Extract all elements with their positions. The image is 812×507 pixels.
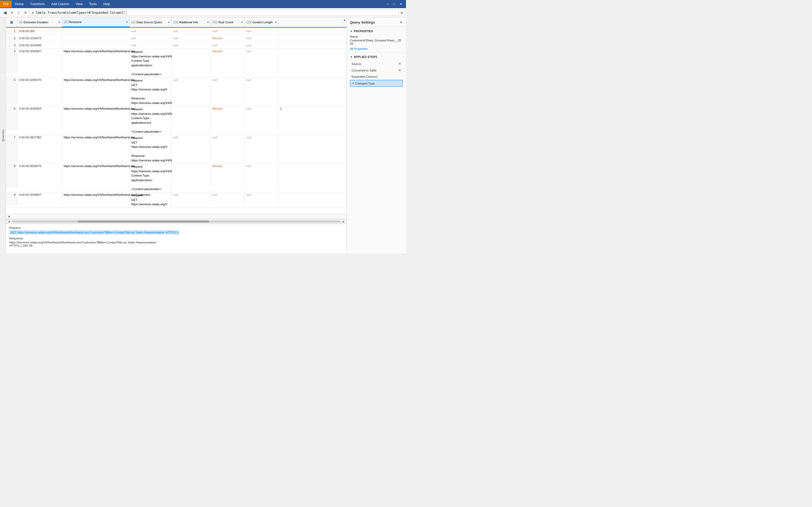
h-scroll-track[interactable] [12, 220, 340, 223]
step-gear-converted[interactable]: ⚙ [398, 68, 401, 72]
cell-rownum: 3 [6, 43, 17, 48]
table-row: 7 0:00:00.0827382 https://services.odata… [6, 135, 347, 164]
cell-cl: null [245, 106, 278, 130]
cell-cl: null [245, 29, 278, 34]
cell-rc: null [211, 43, 245, 48]
col-label-cl: Content Length [252, 20, 272, 24]
col-filter-dsq[interactable]: ▾ [168, 20, 170, 24]
maximize-btn[interactable]: □ [392, 2, 397, 6]
cell-rc: null [211, 77, 245, 105]
step-item-source[interactable]: Source ⚙ [350, 61, 403, 67]
col-filter-rc[interactable]: ▾ [241, 20, 243, 24]
col-filter-excl[interactable]: ▾ [58, 20, 60, 24]
cell-extra: 2 [278, 106, 284, 111]
cell-rownum: 8 [6, 164, 17, 188]
table-row: 2 0:00:00.0106075 null null Record null [6, 35, 347, 42]
close-panel-icon[interactable]: ✕ [399, 20, 403, 24]
col-filter-ai[interactable]: ▾ [207, 20, 209, 24]
cell-cl: null [245, 49, 278, 73]
step-delete-icon[interactable]: ✕ [352, 81, 354, 85]
table-row: 8 0:00:00.0009076 https://services.odata… [6, 164, 347, 192]
cell-ai: null [172, 192, 211, 206]
cell-rownum: 4 [6, 49, 17, 73]
cell-rc[interactable]: Record [211, 164, 245, 188]
properties-collapse-icon[interactable]: ▼ [350, 30, 353, 33]
cell-ai [172, 49, 211, 73]
query-settings-title: Query Settings [350, 20, 375, 24]
cell-ai: null [172, 135, 211, 162]
grid-header: ⊞ % Exclusive Duration ▾ Ac Resource ▾ [6, 17, 347, 27]
preview-request-label: Request: [9, 226, 343, 229]
col-filter-cl[interactable]: ▾ [275, 20, 276, 24]
col-header-cl: 1²3 Content Length ▾ [245, 17, 278, 27]
menu-help[interactable]: Help [100, 1, 113, 8]
menu-transform[interactable]: Transform [27, 1, 48, 8]
menu-add-column[interactable]: Add Column [48, 1, 72, 8]
cell-dsq: null [130, 29, 172, 34]
applied-steps-collapse-icon[interactable]: ▼ [350, 56, 353, 58]
preview-request-url[interactable]: GET https://services.odata.org/V4/Northw… [9, 230, 179, 234]
scroll-down-btn[interactable]: ▼ [6, 215, 12, 219]
menu-view[interactable]: View [72, 1, 86, 8]
cell-resource [62, 44, 130, 46]
cell-cl: null [245, 36, 278, 41]
cell-dsq: null [130, 43, 172, 48]
properties-title: ▼ PROPERTIES [350, 30, 403, 33]
cell-resource: https://services.odata.org/V4/Northwind/… [62, 164, 130, 188]
nav-fx-btn[interactable]: fx [23, 10, 29, 15]
col-icon-resource: Ac [64, 20, 68, 23]
table-row: 9 0:00:00.0269857 https://services.odata… [6, 192, 347, 208]
cell-cl: null [245, 43, 278, 48]
col-icon-rc: 1²3 [212, 20, 217, 24]
menu-file[interactable]: File [0, 1, 12, 8]
step-item-changed-type[interactable]: ✕ Changed Type [350, 80, 403, 87]
step-item-expanded[interactable]: Expanded Column1 [350, 74, 403, 79]
query-settings-panel: Query Settings ✕ ▼ PROPERTIES Name Custo… [347, 17, 406, 253]
formula-expand-btn[interactable]: ▾ [399, 10, 405, 15]
cell-excl: 0:00:00.0269857 [17, 192, 62, 206]
nav-back-btn[interactable]: ✕ [9, 10, 15, 15]
h-scrollbar[interactable]: ◂ ▸ [6, 219, 347, 224]
cell-excl: 0:00:00.0009076 [17, 164, 62, 188]
step-name-converted: Converted to Table [352, 69, 398, 72]
scroll-up-indicator[interactable]: ▲ [343, 17, 347, 27]
menu-tools[interactable]: Tools [86, 1, 100, 8]
cell-rownum: 5 [6, 77, 17, 105]
all-properties-link[interactable]: All Properties [350, 47, 368, 50]
step-gear-source[interactable]: ⚙ [398, 62, 401, 65]
cell-rc[interactable]: Record [211, 49, 245, 73]
h-scroll-right-btn[interactable]: ▸ [341, 220, 346, 223]
close-btn[interactable]: ✕ [398, 2, 404, 6]
col-filter-resource[interactable]: ▾ [126, 20, 128, 24]
cell-ai: null [172, 29, 211, 34]
cell-rc[interactable]: Record [211, 36, 245, 41]
cell-excl: 0:00:00.0106075 [17, 36, 62, 41]
formula-input[interactable] [30, 10, 399, 16]
row-selector-icon[interactable]: ⊞ [10, 20, 13, 24]
table-row: 1 0:00:00.000 null null null null [6, 27, 347, 35]
applied-steps-title: ▼ APPLIED STEPS [350, 55, 403, 58]
col-header-dsq: Ac Data Source Query ▾ [130, 17, 172, 27]
nav-forward-btn[interactable]: ✓ [16, 10, 22, 15]
cell-cl: null [245, 164, 278, 188]
cell-dsq: null [130, 36, 172, 41]
step-item-converted[interactable]: Converted to Table ⚙ [350, 67, 403, 73]
cell-excl: 0:00:00.000 [17, 29, 62, 34]
top-menu-bar: File Home Transform Add Column View Tool… [0, 0, 406, 8]
queries-panel: Queries [0, 17, 6, 253]
cell-ai [172, 164, 211, 188]
formula-nav-buttons: ✕ ✓ fx [9, 10, 29, 15]
cell-excl: 0:00:00.0286070 [17, 77, 62, 105]
cell-excl: 0:00:00.0827382 [17, 135, 62, 162]
query-settings-header: Query Settings ✕ [347, 17, 406, 27]
h-scroll-left-btn[interactable]: ◂ [7, 220, 11, 223]
collapse-panel-btn[interactable]: ◀ [1, 9, 9, 16]
col-icon-dsq: Ac [131, 20, 136, 24]
menu-bar: File Home Transform Add Column View Tool… [0, 0, 406, 17]
cell-dsq: Request: https://services.odata.org/V4/N… [130, 164, 172, 192]
minimize-btn[interactable]: ─ [385, 2, 390, 6]
menu-home[interactable]: Home [12, 1, 27, 8]
cell-rc: null [211, 29, 245, 34]
cell-rc[interactable]: Record [211, 106, 245, 130]
queries-label: Queries [1, 129, 5, 142]
